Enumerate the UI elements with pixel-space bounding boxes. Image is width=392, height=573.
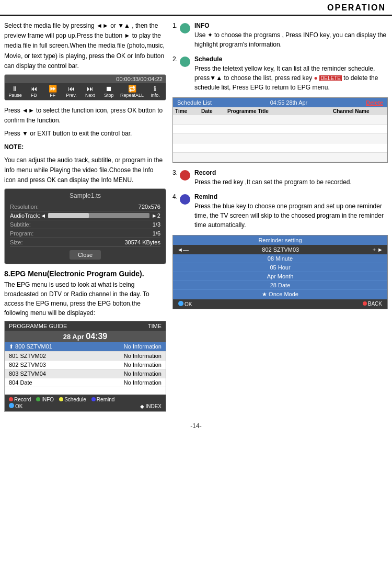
info-label: Info. <box>151 93 160 98</box>
fb-button[interactable]: ⏮ FB <box>27 85 41 98</box>
repeat-button[interactable]: 🔁 RepeatALL <box>120 85 144 98</box>
prog-row-3[interactable]: 803 SZTVM04 No Information <box>5 369 166 378</box>
prog-info-0: No Information <box>124 343 162 350</box>
prog-guide-header-right: TIME <box>148 323 162 329</box>
prog-guide-footer: Record INFO Schedule Remind OK ◆ INDEX <box>5 395 166 411</box>
col-programme: Programme Title <box>227 108 333 114</box>
fb-label: FB <box>31 93 37 98</box>
schedule-row-5 <box>173 153 387 162</box>
prog-info-3: No Information <box>124 370 162 377</box>
section1-desc: Use ✦ to choose the programs , Press INF… <box>194 30 388 49</box>
next-icon: ⏭ <box>87 85 94 92</box>
section3-number: 3. <box>172 169 178 176</box>
schedule-list: Schedule List 04:55 28th Apr Delete Time… <box>172 97 388 163</box>
epg-section-title: 8.EPG Menu(Electronic Program Guide). <box>4 269 166 278</box>
info-icon: ℹ <box>154 85 156 92</box>
program-row: Program: 1/6 <box>10 229 160 238</box>
size-label: Size: <box>10 239 22 245</box>
section3-title: Record <box>194 169 216 176</box>
para2: Press ◄► to select the function icon, pr… <box>4 106 166 126</box>
footer-record: Record <box>9 397 31 402</box>
section4-number: 4. <box>172 193 178 200</box>
control-bar-buttons: ⏸ Pause ⏮ FB ⏩ FF ⏮ Prev. ⏭ Next <box>5 83 166 100</box>
prog-info-1: No Information <box>124 353 162 359</box>
fb-icon: ⏮ <box>30 85 37 92</box>
reminder-ok: OK <box>178 301 192 307</box>
section-schedule: 2. Schedule Press the teletext yellow ke… <box>172 54 388 92</box>
subtitle-row: Subtitle: 1/3 <box>10 220 160 229</box>
info-panel: Sample1.ts Resolution: 720x576 AudioTrac… <box>4 188 166 264</box>
epg-section-desc: The EPG menu is used to look at what is … <box>4 280 166 318</box>
section1-title: INFO <box>194 22 210 29</box>
resolution-label: Resolution: <box>10 204 39 210</box>
pause-icon: ⏸ <box>11 85 18 92</box>
footer-index: ◆ INDEX <box>140 403 162 409</box>
prog-info-4: No Information <box>124 379 162 386</box>
section2-desc: Press the teletext yellow key, It can li… <box>194 64 388 92</box>
section4-title: Remind <box>194 193 217 200</box>
footer-row-1: Record INFO Schedule Remind <box>9 397 162 402</box>
prog-row-2[interactable]: 802 SZTVM03 No Information <box>5 361 166 369</box>
para3: Press ▼ or EXIT button to exit the contr… <box>4 129 166 139</box>
prev-icon: ⏮ <box>68 85 75 92</box>
reminder-footer: OK BACK <box>173 299 387 309</box>
program-label: Program: <box>10 230 33 237</box>
reminder-row-date: 28 Date <box>173 281 387 290</box>
note-label: NOTE: <box>4 142 166 152</box>
para4: You can adjust the audio track, subtitle… <box>4 155 166 186</box>
prog-channel-4: 804 Date <box>9 379 32 386</box>
close-button[interactable]: Close <box>70 250 101 260</box>
prog-row-0[interactable]: ⬆ 800 SZTVM01 No Information <box>5 342 166 352</box>
subtitle-val: 1/3 <box>153 221 160 228</box>
schedule-delete-btn[interactable]: Delete <box>366 99 383 106</box>
section2-icon <box>180 57 190 67</box>
ff-label: FF <box>50 93 55 98</box>
prev-button[interactable]: ⏮ Prev. <box>64 85 79 98</box>
prog-row-1[interactable]: 801 SZTVM02 No Information <box>5 352 166 361</box>
schedule-cols: Time Date Programme Title Channel Name <box>173 107 387 115</box>
footer-remind: Remind <box>91 397 114 402</box>
prog-row-4[interactable]: 804 Date No Information <box>5 378 166 387</box>
next-button[interactable]: ⏭ Next <box>83 85 97 98</box>
page-title: OPERATION <box>0 0 392 16</box>
repeat-label: RepeatALL <box>120 93 144 98</box>
prog-time-label: 04:39 <box>86 332 107 341</box>
footer-row-2: OK ◆ INDEX <box>9 403 162 409</box>
section2-number: 2. <box>172 55 178 63</box>
control-bar-time: 00:00:33/00:04:22 <box>5 75 166 83</box>
schedule-row-3 <box>173 134 387 143</box>
reminder-channel-left: ◄— <box>177 246 189 253</box>
footer-schedule: Schedule <box>59 397 86 402</box>
info-panel-title: Sample1.ts <box>10 192 160 199</box>
reminder-row-mode: Once Mode <box>173 290 387 299</box>
section-info: 1. INFO Use ✦ to choose the programs , P… <box>172 21 388 49</box>
ff-button[interactable]: ⏩ FF <box>45 85 60 98</box>
schedule-row-4 <box>173 143 387 153</box>
info-button[interactable]: ℹ Info. <box>148 85 163 98</box>
reminder-row-hour: 05 Hour <box>173 263 387 272</box>
size-val: 30574 KBytes <box>125 239 161 245</box>
pause-label: Pause <box>8 93 22 98</box>
audio-track-bar <box>48 213 149 218</box>
resolution-val: 720x576 <box>139 204 160 210</box>
prev-label: Prev. <box>66 93 76 98</box>
subtitle-label: Subtitle: <box>10 221 31 228</box>
schedule-list-header: Schedule List 04:55 28th Apr Delete <box>173 98 387 107</box>
stop-button[interactable]: ⏹ Stop <box>101 85 116 98</box>
section3-desc: Press the red key ,It can set the progra… <box>194 177 388 187</box>
col-channel: Channel Name <box>333 108 385 114</box>
stop-icon: ⏹ <box>106 85 112 92</box>
ff-icon: ⏩ <box>49 85 57 92</box>
prog-info-2: No Information <box>124 362 162 368</box>
section2-title: Schedule <box>194 55 222 63</box>
audio-track-row: AudioTrack:◄ ►2 <box>10 211 160 220</box>
repeat-icon: 🔁 <box>128 85 136 92</box>
page-footer: -14- <box>0 417 392 433</box>
prog-guide-date: 28 Apr 04:39 <box>5 331 166 342</box>
pause-button[interactable]: ⏸ Pause <box>8 85 22 98</box>
section3-body: Record Press the red key ,It can set the… <box>194 168 388 187</box>
section1-body: INFO Use ✦ to choose the programs , Pres… <box>194 21 388 49</box>
schedule-list-title: Schedule List <box>177 99 212 106</box>
prog-channel-2: 802 SZTVM03 <box>9 362 46 368</box>
section2-body: Schedule Press the teletext yellow key, … <box>194 54 388 92</box>
